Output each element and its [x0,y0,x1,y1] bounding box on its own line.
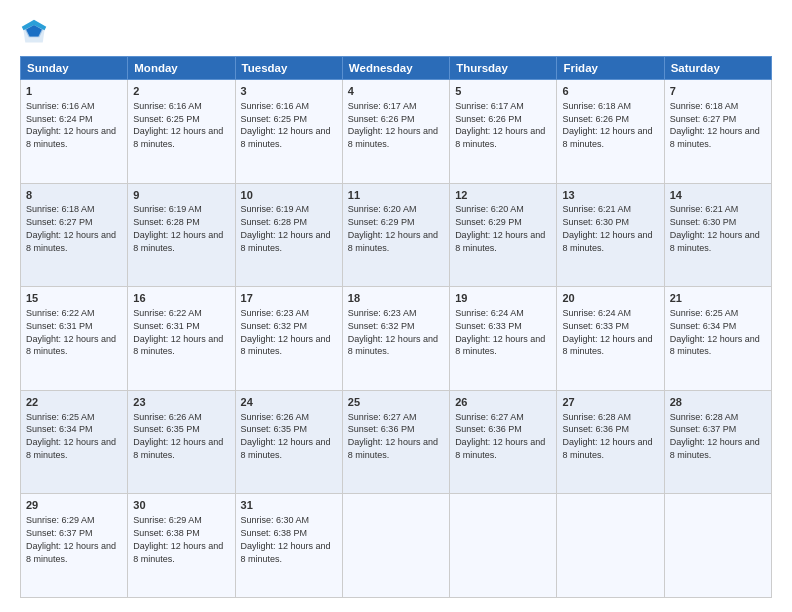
day-info: Sunrise: 6:21 AMSunset: 6:30 PMDaylight:… [562,204,652,252]
logo-icon [20,18,48,46]
day-cell [342,494,449,598]
day-number: 23 [133,395,229,410]
day-info: Sunrise: 6:21 AMSunset: 6:30 PMDaylight:… [670,204,760,252]
col-header-wednesday: Wednesday [342,57,449,80]
header-row: SundayMondayTuesdayWednesdayThursdayFrid… [21,57,772,80]
day-cell: 5Sunrise: 6:17 AMSunset: 6:26 PMDaylight… [450,80,557,184]
day-number: 24 [241,395,337,410]
day-info: Sunrise: 6:17 AMSunset: 6:26 PMDaylight:… [455,101,545,149]
day-cell: 6Sunrise: 6:18 AMSunset: 6:26 PMDaylight… [557,80,664,184]
day-cell: 19Sunrise: 6:24 AMSunset: 6:33 PMDayligh… [450,287,557,391]
day-number: 16 [133,291,229,306]
col-header-friday: Friday [557,57,664,80]
col-header-monday: Monday [128,57,235,80]
week-row-2: 8Sunrise: 6:18 AMSunset: 6:27 PMDaylight… [21,183,772,287]
day-info: Sunrise: 6:18 AMSunset: 6:26 PMDaylight:… [562,101,652,149]
week-row-4: 22Sunrise: 6:25 AMSunset: 6:34 PMDayligh… [21,390,772,494]
day-cell: 1Sunrise: 6:16 AMSunset: 6:24 PMDaylight… [21,80,128,184]
day-number: 12 [455,188,551,203]
day-info: Sunrise: 6:18 AMSunset: 6:27 PMDaylight:… [26,204,116,252]
day-cell: 18Sunrise: 6:23 AMSunset: 6:32 PMDayligh… [342,287,449,391]
day-number: 29 [26,498,122,513]
day-info: Sunrise: 6:24 AMSunset: 6:33 PMDaylight:… [455,308,545,356]
day-number: 2 [133,84,229,99]
day-cell: 20Sunrise: 6:24 AMSunset: 6:33 PMDayligh… [557,287,664,391]
col-header-saturday: Saturday [664,57,771,80]
col-header-tuesday: Tuesday [235,57,342,80]
day-info: Sunrise: 6:20 AMSunset: 6:29 PMDaylight:… [455,204,545,252]
day-number: 28 [670,395,766,410]
day-info: Sunrise: 6:29 AMSunset: 6:38 PMDaylight:… [133,515,223,563]
day-cell: 17Sunrise: 6:23 AMSunset: 6:32 PMDayligh… [235,287,342,391]
day-cell: 7Sunrise: 6:18 AMSunset: 6:27 PMDaylight… [664,80,771,184]
day-cell: 14Sunrise: 6:21 AMSunset: 6:30 PMDayligh… [664,183,771,287]
day-cell: 8Sunrise: 6:18 AMSunset: 6:27 PMDaylight… [21,183,128,287]
day-cell: 29Sunrise: 6:29 AMSunset: 6:37 PMDayligh… [21,494,128,598]
header [20,18,772,46]
day-number: 22 [26,395,122,410]
col-header-sunday: Sunday [21,57,128,80]
day-cell: 11Sunrise: 6:20 AMSunset: 6:29 PMDayligh… [342,183,449,287]
day-number: 20 [562,291,658,306]
day-number: 17 [241,291,337,306]
day-cell: 13Sunrise: 6:21 AMSunset: 6:30 PMDayligh… [557,183,664,287]
day-info: Sunrise: 6:26 AMSunset: 6:35 PMDaylight:… [241,412,331,460]
day-cell: 30Sunrise: 6:29 AMSunset: 6:38 PMDayligh… [128,494,235,598]
day-number: 8 [26,188,122,203]
day-info: Sunrise: 6:16 AMSunset: 6:24 PMDaylight:… [26,101,116,149]
day-cell: 28Sunrise: 6:28 AMSunset: 6:37 PMDayligh… [664,390,771,494]
day-info: Sunrise: 6:28 AMSunset: 6:37 PMDaylight:… [670,412,760,460]
day-cell: 31Sunrise: 6:30 AMSunset: 6:38 PMDayligh… [235,494,342,598]
day-cell: 9Sunrise: 6:19 AMSunset: 6:28 PMDaylight… [128,183,235,287]
day-info: Sunrise: 6:22 AMSunset: 6:31 PMDaylight:… [26,308,116,356]
day-cell: 27Sunrise: 6:28 AMSunset: 6:36 PMDayligh… [557,390,664,494]
day-info: Sunrise: 6:25 AMSunset: 6:34 PMDaylight:… [670,308,760,356]
day-info: Sunrise: 6:27 AMSunset: 6:36 PMDaylight:… [348,412,438,460]
day-cell [557,494,664,598]
day-cell: 3Sunrise: 6:16 AMSunset: 6:25 PMDaylight… [235,80,342,184]
day-cell: 12Sunrise: 6:20 AMSunset: 6:29 PMDayligh… [450,183,557,287]
day-info: Sunrise: 6:19 AMSunset: 6:28 PMDaylight:… [133,204,223,252]
day-number: 11 [348,188,444,203]
calendar-table: SundayMondayTuesdayWednesdayThursdayFrid… [20,56,772,598]
day-number: 14 [670,188,766,203]
day-number: 10 [241,188,337,203]
day-info: Sunrise: 6:17 AMSunset: 6:26 PMDaylight:… [348,101,438,149]
day-cell: 26Sunrise: 6:27 AMSunset: 6:36 PMDayligh… [450,390,557,494]
day-info: Sunrise: 6:29 AMSunset: 6:37 PMDaylight:… [26,515,116,563]
day-cell: 22Sunrise: 6:25 AMSunset: 6:34 PMDayligh… [21,390,128,494]
day-cell: 21Sunrise: 6:25 AMSunset: 6:34 PMDayligh… [664,287,771,391]
day-number: 31 [241,498,337,513]
week-row-5: 29Sunrise: 6:29 AMSunset: 6:37 PMDayligh… [21,494,772,598]
day-number: 5 [455,84,551,99]
day-number: 6 [562,84,658,99]
day-number: 1 [26,84,122,99]
day-number: 30 [133,498,229,513]
day-info: Sunrise: 6:28 AMSunset: 6:36 PMDaylight:… [562,412,652,460]
day-number: 27 [562,395,658,410]
day-number: 4 [348,84,444,99]
day-cell [450,494,557,598]
day-info: Sunrise: 6:30 AMSunset: 6:38 PMDaylight:… [241,515,331,563]
day-number: 25 [348,395,444,410]
day-number: 19 [455,291,551,306]
day-info: Sunrise: 6:19 AMSunset: 6:28 PMDaylight:… [241,204,331,252]
day-info: Sunrise: 6:23 AMSunset: 6:32 PMDaylight:… [348,308,438,356]
day-cell: 2Sunrise: 6:16 AMSunset: 6:25 PMDaylight… [128,80,235,184]
day-info: Sunrise: 6:16 AMSunset: 6:25 PMDaylight:… [133,101,223,149]
day-info: Sunrise: 6:18 AMSunset: 6:27 PMDaylight:… [670,101,760,149]
day-info: Sunrise: 6:16 AMSunset: 6:25 PMDaylight:… [241,101,331,149]
day-cell: 25Sunrise: 6:27 AMSunset: 6:36 PMDayligh… [342,390,449,494]
day-cell [664,494,771,598]
day-info: Sunrise: 6:27 AMSunset: 6:36 PMDaylight:… [455,412,545,460]
day-cell: 16Sunrise: 6:22 AMSunset: 6:31 PMDayligh… [128,287,235,391]
day-cell: 15Sunrise: 6:22 AMSunset: 6:31 PMDayligh… [21,287,128,391]
day-cell: 24Sunrise: 6:26 AMSunset: 6:35 PMDayligh… [235,390,342,494]
week-row-1: 1Sunrise: 6:16 AMSunset: 6:24 PMDaylight… [21,80,772,184]
day-number: 18 [348,291,444,306]
day-number: 9 [133,188,229,203]
day-info: Sunrise: 6:24 AMSunset: 6:33 PMDaylight:… [562,308,652,356]
day-info: Sunrise: 6:22 AMSunset: 6:31 PMDaylight:… [133,308,223,356]
day-number: 26 [455,395,551,410]
day-number: 15 [26,291,122,306]
